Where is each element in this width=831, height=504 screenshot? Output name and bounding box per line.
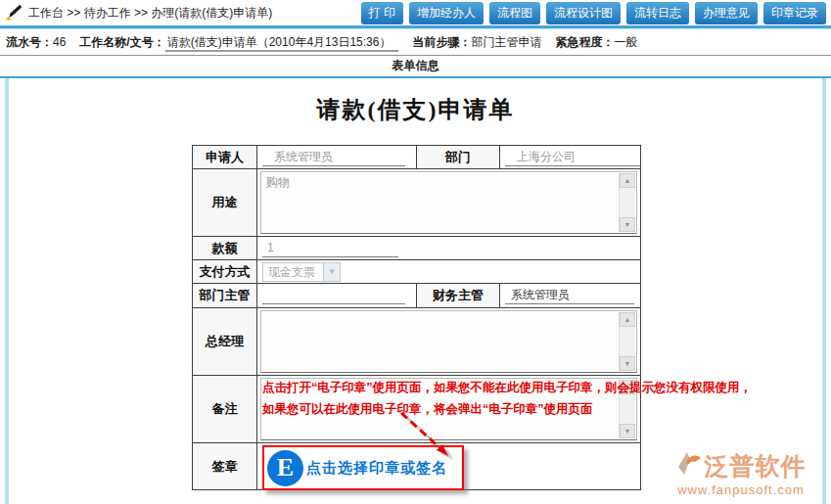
- e-seal-icon: E: [267, 450, 303, 486]
- seal-label: 签章: [193, 443, 257, 490]
- general-manager-textarea[interactable]: ▲▼: [260, 310, 637, 373]
- general-manager-label: 总经理: [193, 308, 257, 376]
- dropdown-arrow-icon: ▼: [323, 263, 340, 281]
- scroll-up-icon[interactable]: ▲: [620, 312, 635, 327]
- purpose-value: 购物: [266, 175, 290, 189]
- urgency-value: 一般: [614, 35, 637, 49]
- form-title: 请款(借支)申请单: [0, 94, 831, 125]
- serial-value: 46: [53, 35, 66, 49]
- seal-record-button[interactable]: 印章记录: [763, 2, 826, 24]
- watermark-url: www.fanpusoft.com: [659, 482, 823, 497]
- edit-pen-icon: [5, 3, 23, 23]
- scroll-up-icon[interactable]: ▲: [620, 173, 635, 188]
- payment-method-select[interactable]: 现金支票 ▼: [262, 262, 341, 282]
- toolbar-buttons: 打 印 增加经办人 流程图 流程设计图 流转日志 办理意见 印章记录: [355, 2, 826, 24]
- seal-action-text: 点击选择印章或签名: [306, 459, 447, 478]
- serial-label: 流水号：: [6, 35, 53, 49]
- e-signature-button[interactable]: E 点击选择印章或签名: [262, 445, 464, 490]
- flowchart-button[interactable]: 流程图: [489, 2, 540, 24]
- scroll-down-icon[interactable]: ▼: [620, 217, 635, 232]
- applicant-input[interactable]: 系统管理员: [262, 149, 405, 166]
- watermark-brand: 泛普软件: [705, 452, 807, 480]
- finance-manager-input[interactable]: 系统管理员: [505, 287, 634, 304]
- dept-manager-input[interactable]: [262, 287, 405, 304]
- purpose-label: 用途: [193, 169, 257, 237]
- flow-log-button[interactable]: 流转日志: [626, 2, 689, 24]
- step-value: 部门主管申请: [471, 35, 541, 49]
- amount-label: 款额: [193, 237, 257, 260]
- work-name-value: 请款(借支)申请单（2010年4月13日15:36）: [165, 35, 399, 52]
- content-right-border: [822, 78, 826, 504]
- work-name-label: 工作名称/文号：: [79, 35, 164, 49]
- purpose-textarea[interactable]: 购物 ▲▼: [260, 171, 637, 234]
- urgency-label: 紧急程度：: [555, 35, 614, 49]
- annotation-line2: 如果您可以在此使用电子印章，将会弹出“电子印章”使用页面: [262, 398, 810, 420]
- flow-design-button[interactable]: 流程设计图: [546, 2, 621, 24]
- watermark: 泛普软件 www.fanpusoft.com: [659, 450, 823, 497]
- general-manager-scrollbar[interactable]: ▲▼: [619, 312, 635, 371]
- form-info-section-bar: 表单信息: [0, 56, 831, 78]
- add-handler-button[interactable]: 增加经办人: [409, 2, 484, 24]
- page: 工作台 >> 待办工作 >> 办理(请款(借支)申请单) 打 印 增加经办人 流…: [0, 0, 831, 504]
- annotation-line1: 点击打开“电子印章”使用页面，如果您不能在此使用电子印章，则会提示您没有权限使用…: [262, 377, 810, 398]
- dept-manager-label: 部门主管: [193, 284, 257, 308]
- department-input[interactable]: 上海分公司: [505, 149, 640, 166]
- scroll-down-icon[interactable]: ▼: [620, 424, 635, 438]
- toolbar: 工作台 >> 待办工作 >> 办理(请款(借支)申请单) 打 印 增加经办人 流…: [0, 0, 831, 25]
- amount-input[interactable]: 1: [262, 240, 398, 257]
- annotation-text: 点击打开“电子印章”使用页面，如果您不能在此使用电子印章，则会提示您没有权限使用…: [262, 377, 810, 420]
- purpose-scrollbar[interactable]: ▲▼: [619, 173, 635, 232]
- remark-label: 备注: [193, 376, 257, 443]
- workflow-info-bar: 流水号：46工作名称/文号：请款(借支)申请单（2010年4月13日15:36）…: [0, 29, 831, 56]
- request-form-table: 申请人 系统管理员 部门 上海分公司 用途 购物 ▲▼ 款额 1 支付方式 现金…: [192, 145, 641, 490]
- finance-manager-label: 财务主管: [417, 284, 500, 308]
- department-label: 部门: [417, 146, 500, 169]
- content-left-border: [5, 78, 9, 504]
- applicant-label: 申请人: [193, 146, 257, 169]
- scroll-down-icon[interactable]: ▼: [620, 356, 635, 371]
- fanpu-logo-icon: [676, 450, 703, 481]
- payment-method-value: 现金支票: [263, 263, 323, 281]
- handle-opinion-button[interactable]: 办理意见: [695, 2, 758, 24]
- step-label: 当前步骤：: [412, 35, 471, 49]
- print-button[interactable]: 打 印: [361, 2, 403, 24]
- breadcrumb[interactable]: 工作台 >> 待办工作 >> 办理(请款(借支)申请单): [28, 5, 272, 22]
- payment-method-label: 支付方式: [193, 260, 257, 284]
